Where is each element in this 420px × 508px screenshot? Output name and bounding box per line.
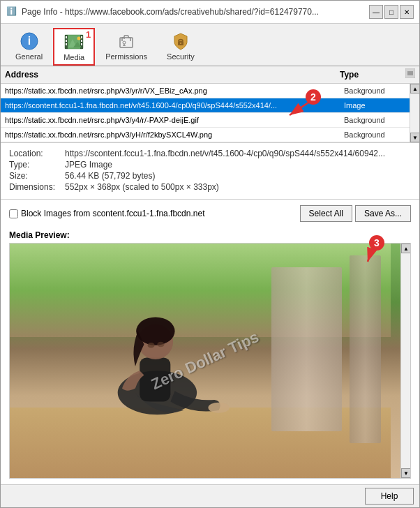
- col-type: Type: [336, 68, 405, 81]
- table-row-selected[interactable]: https://scontent.fccu1-1.fna.fbcdn.net/v…: [1, 98, 410, 113]
- action-row: Block Images from scontent.fccu1-1.fna.f…: [1, 200, 419, 227]
- size-label: Size:: [9, 171, 65, 181]
- table-rows: https://static.xx.fbcdn.net/rsrc.php/v3/…: [1, 84, 410, 142]
- dimensions-label: Dimensions:: [9, 182, 65, 192]
- save-as-button[interactable]: Save As...: [355, 205, 411, 222]
- tab-security-label: Security: [167, 52, 195, 61]
- general-icon: i: [20, 31, 39, 51]
- location-label: Location:: [9, 149, 65, 158]
- title-controls: — □ ✕: [369, 5, 414, 19]
- content-area: Address Type https://static.xx.fbcdn.net…: [1, 66, 419, 484]
- tab-permissions[interactable]: Permissions: [96, 28, 156, 66]
- window: ℹ️ Page Info - https://www.facebook.com/…: [0, 0, 420, 508]
- preview-scrollbar[interactable]: ▲ ▼: [400, 244, 410, 478]
- location-value: https://scontent.fccu1-1.fna.fbcdn.net/v…: [65, 149, 411, 158]
- type-value: JPEG Image: [65, 160, 411, 170]
- media-icon: [64, 32, 84, 52]
- svg-rect-7: [66, 43, 67, 45]
- row-type: Image: [340, 100, 410, 111]
- row-address: https://static.xx.fbcdn.net/rsrc.php/v3/…: [1, 85, 340, 96]
- detail-size: Size: 56.44 KB (57,792 bytes): [9, 171, 411, 181]
- window-title: Page Info - https://www.facebook.com/ads…: [22, 7, 319, 17]
- table-header: Address Type: [1, 66, 419, 84]
- tab-media[interactable]: 1: [53, 28, 95, 66]
- annotation-1: 1: [86, 29, 91, 40]
- svg-rect-8: [81, 36, 82, 38]
- help-button[interactable]: Help: [365, 488, 414, 505]
- preview-scroll-up[interactable]: ▲: [401, 244, 411, 253]
- tab-media-label: Media: [63, 53, 84, 61]
- maximize-button[interactable]: □: [384, 5, 398, 19]
- svg-rect-6: [66, 40, 67, 42]
- preview-scroll-track: [401, 253, 410, 468]
- block-images-label: Block Images from scontent.fccu1-1.fna.f…: [21, 209, 204, 218]
- detail-location: Location: https://scontent.fccu1-1.fna.f…: [9, 149, 411, 158]
- person-svg: [29, 278, 303, 454]
- tab-general-label: General: [15, 52, 43, 61]
- table-row[interactable]: https://static.xx.fbcdn.net/rsrc.php/v3/…: [1, 84, 410, 98]
- svg-point-13: [77, 37, 81, 40]
- table-row[interactable]: https://static.xx.fbcdn.net/rsrc.php/v3/…: [1, 113, 410, 128]
- type-label: Type:: [9, 160, 65, 170]
- media-preview-label: Media Preview:: [1, 227, 419, 241]
- svg-point-26: [180, 43, 181, 44]
- row-type: Background: [340, 129, 410, 140]
- svg-point-22: [123, 41, 126, 44]
- bottom-bar: Help: [1, 484, 419, 507]
- security-icon: [171, 31, 190, 51]
- detail-type: Type: JPEG Image: [9, 160, 411, 170]
- block-images-checkbox-label[interactable]: Block Images from scontent.fccu1-1.fna.f…: [9, 209, 294, 218]
- svg-rect-32: [140, 358, 170, 402]
- preview-image: Zero Dollar Tips: [10, 244, 400, 478]
- block-images-checkbox[interactable]: [9, 209, 18, 218]
- media-table: Address Type https://static.xx.fbcdn.net…: [1, 66, 419, 143]
- scroll-up[interactable]: ▲: [410, 84, 419, 94]
- tab-bar: i General 1: [1, 24, 419, 66]
- tab-security[interactable]: Security: [158, 28, 204, 66]
- svg-text:i: i: [27, 35, 30, 47]
- tab-general[interactable]: i General: [6, 28, 52, 66]
- svg-point-37: [157, 342, 164, 348]
- row-address: https://scontent.fccu1-1.fna.fbcdn.net/v…: [1, 100, 340, 111]
- svg-rect-10: [81, 43, 82, 45]
- svg-rect-9: [81, 40, 82, 42]
- preview-area: Zero Dollar Tips ▲ ▼: [9, 243, 411, 479]
- preview-scroll-down[interactable]: ▼: [401, 468, 411, 478]
- title-bar: ℹ️ Page Info - https://www.facebook.com/…: [1, 1, 419, 24]
- permissions-icon: [117, 31, 136, 51]
- row-address: https://static.xx.fbcdn.net/rsrc.php/v3/…: [1, 114, 340, 126]
- minimize-button[interactable]: —: [369, 5, 383, 19]
- col-address: Address: [1, 68, 336, 81]
- table-scrollbar[interactable]: ▲ ▼: [410, 84, 419, 142]
- action-buttons: Select All Save As...: [300, 205, 411, 222]
- window-icon: ℹ️: [6, 6, 17, 17]
- table-scroll-wrapper: https://static.xx.fbcdn.net/rsrc.php/v3/…: [1, 84, 419, 142]
- row-type: Background: [340, 114, 410, 126]
- svg-rect-5: [66, 36, 67, 38]
- pillar-2: [350, 255, 381, 443]
- close-button[interactable]: ✕: [400, 5, 414, 19]
- detail-dimensions: Dimensions: 552px × 368px (scaled to 500…: [9, 182, 411, 192]
- details-section: Location: https://scontent.fccu1-1.fna.f…: [1, 143, 419, 200]
- scroll-track: [410, 94, 419, 133]
- svg-point-36: [148, 343, 155, 348]
- scroll-down[interactable]: ▼: [410, 133, 419, 142]
- title-bar-left: ℹ️ Page Info - https://www.facebook.com/…: [6, 6, 369, 17]
- select-all-button[interactable]: Select All: [300, 205, 352, 222]
- row-type: Background: [340, 85, 410, 96]
- col-scroll-icon: [405, 68, 419, 81]
- row-address: https://static.xx.fbcdn.net/rsrc.php/v3/…: [1, 129, 340, 140]
- tab-permissions-label: Permissions: [105, 52, 147, 61]
- size-value: 56.44 KB (57,792 bytes): [65, 171, 411, 181]
- table-row[interactable]: https://static.xx.fbcdn.net/rsrc.php/v3/…: [1, 128, 410, 142]
- svg-point-35: [208, 403, 229, 413]
- dimensions-value: 552px × 368px (scaled to 500px × 333px): [65, 182, 411, 192]
